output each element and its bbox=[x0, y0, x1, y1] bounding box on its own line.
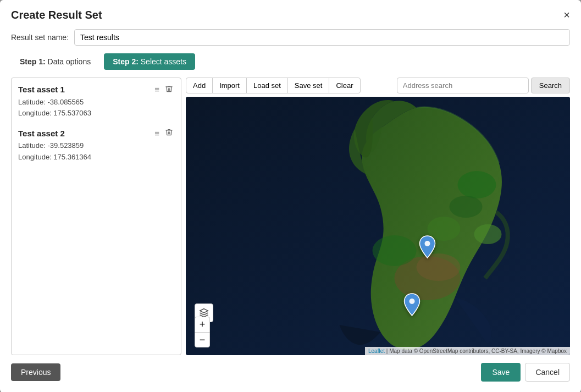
svg-point-3 bbox=[458, 171, 496, 198]
step2-button[interactable]: Step 2: Select assets bbox=[104, 53, 195, 70]
asset-name: Test asset 2 bbox=[18, 129, 65, 138]
attribution-text: | Map data © OpenStreetMap contributors,… bbox=[386, 348, 567, 354]
asset-panel: Test asset 1 ≡ bbox=[11, 78, 181, 355]
svg-point-8 bbox=[425, 241, 430, 246]
svg-marker-10 bbox=[200, 308, 208, 313]
asset-latitude: Latitude: -39.523859 bbox=[18, 140, 174, 152]
svg-point-9 bbox=[410, 299, 415, 304]
asset-longitude: Longitude: 175.361364 bbox=[18, 152, 174, 163]
step2-number: Step 2: bbox=[113, 57, 139, 66]
delete-icon[interactable] bbox=[164, 128, 174, 138]
save-button[interactable]: Save bbox=[481, 363, 521, 382]
zoom-out-button[interactable]: − bbox=[195, 332, 210, 347]
map-attribution: Leaflet | Map data © OpenStreetMap contr… bbox=[365, 347, 570, 355]
svg-point-5 bbox=[373, 235, 417, 266]
add-button[interactable]: Add bbox=[186, 78, 213, 93]
modal-header: Create Result Set × bbox=[11, 9, 570, 21]
main-content: Test asset 1 ≡ bbox=[11, 78, 570, 355]
modal-overlay: Create Result Set × Result set name: Ste… bbox=[0, 0, 581, 392]
close-button[interactable]: × bbox=[563, 9, 570, 20]
asset-actions: ≡ bbox=[153, 85, 174, 95]
modal-title: Create Result Set bbox=[11, 9, 102, 21]
list-item: Test asset 2 ≡ bbox=[18, 128, 174, 163]
modal: Create Result Set × Result set name: Ste… bbox=[0, 0, 581, 392]
clear-button[interactable]: Clear bbox=[329, 78, 360, 93]
svg-point-4 bbox=[450, 196, 483, 218]
result-set-input[interactable] bbox=[74, 29, 570, 46]
import-button[interactable]: Import bbox=[212, 78, 247, 93]
map-container[interactable]: + − Leaflet | Map data © OpenStreetMap c… bbox=[186, 97, 570, 355]
leaflet-link[interactable]: Leaflet bbox=[368, 348, 385, 354]
address-search-group: Search bbox=[397, 78, 570, 93]
map-toolbar: Add Import Load set Save set Clear Searc… bbox=[186, 78, 570, 93]
step2-label: Select assets bbox=[141, 57, 186, 66]
asset-item-header: Test asset 1 ≡ bbox=[18, 85, 174, 95]
zoom-in-button[interactable]: + bbox=[195, 317, 210, 332]
svg-point-2 bbox=[417, 253, 461, 281]
previous-button[interactable]: Previous bbox=[11, 363, 60, 381]
result-set-label: Result set name: bbox=[11, 33, 69, 42]
step1-label: Data options bbox=[48, 57, 91, 66]
cancel-button[interactable]: Cancel bbox=[525, 363, 570, 382]
delete-icon[interactable] bbox=[164, 85, 174, 95]
map-section: Add Import Load set Save set Clear Searc… bbox=[186, 78, 570, 355]
save-set-button[interactable]: Save set bbox=[287, 78, 330, 93]
drag-icon[interactable]: ≡ bbox=[153, 85, 161, 95]
step1-number: Step 1: bbox=[20, 57, 46, 66]
asset-item-header: Test asset 2 ≡ bbox=[18, 128, 174, 138]
step1-button[interactable]: Step 1: Data options bbox=[11, 53, 99, 70]
modal-footer: Previous Save Cancel bbox=[11, 363, 570, 382]
map-svg bbox=[186, 97, 570, 355]
address-search-input[interactable] bbox=[397, 78, 529, 93]
steps-row: Step 1: Data options Step 2: Select asse… bbox=[11, 53, 570, 70]
asset-name: Test asset 1 bbox=[18, 85, 65, 94]
load-set-button[interactable]: Load set bbox=[246, 78, 288, 93]
map-zoom-controls: + − bbox=[195, 317, 210, 347]
asset-longitude: Longitude: 175.537063 bbox=[18, 108, 174, 119]
asset-actions: ≡ bbox=[153, 128, 174, 138]
result-set-row: Result set name: bbox=[11, 29, 570, 46]
search-button[interactable]: Search bbox=[531, 78, 570, 93]
asset-latitude: Latitude: -38.085565 bbox=[18, 97, 174, 108]
svg-point-6 bbox=[474, 224, 502, 244]
footer-right: Save Cancel bbox=[481, 363, 570, 382]
list-item: Test asset 1 ≡ bbox=[18, 85, 174, 120]
drag-icon[interactable]: ≡ bbox=[153, 128, 161, 138]
